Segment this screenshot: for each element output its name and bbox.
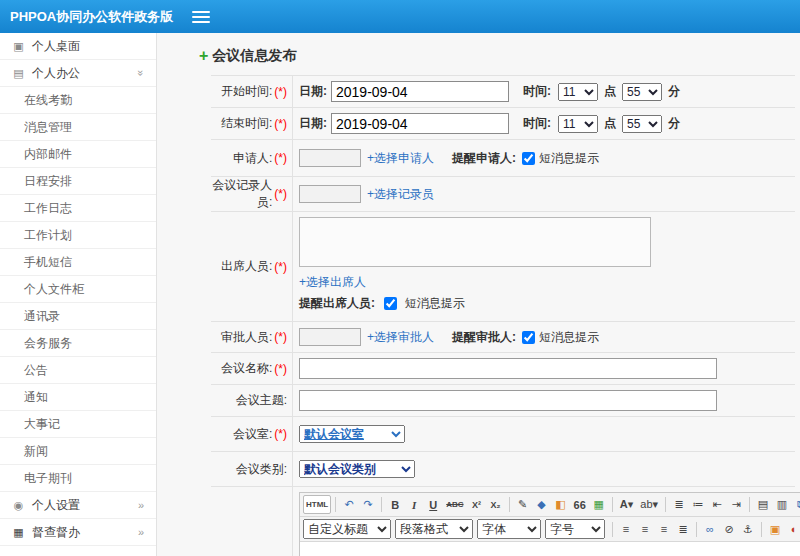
end-hour-select[interactable]: 11 <box>558 115 598 133</box>
choose-attendees-link[interactable]: +选择出席人 <box>299 275 366 289</box>
time-label: 时间: <box>523 115 551 132</box>
strikethrough-button[interactable]: ABC <box>443 495 466 514</box>
sidebar-item-supervision[interactable]: ▦ 督查督办 » <box>0 519 156 546</box>
approver-input[interactable] <box>299 328 361 346</box>
align-center-button[interactable]: ≡ <box>636 520 654 539</box>
unlink-button[interactable]: ⊘ <box>720 520 738 539</box>
sidebar-item-internal-mail[interactable]: 内部邮件 <box>0 141 156 168</box>
italic-button[interactable]: I <box>405 495 423 514</box>
font-family-select[interactable]: 字体 <box>477 519 541 539</box>
page-button[interactable]: ▤ <box>754 495 772 514</box>
pencil-button[interactable]: ✎ <box>514 495 532 514</box>
align-left-button[interactable]: ≡ <box>617 520 635 539</box>
choose-approver-link[interactable]: +选择审批人 <box>367 329 434 346</box>
choose-applicant-link[interactable]: +选择申请人 <box>367 150 434 167</box>
image-button[interactable]: ▣ <box>766 520 784 539</box>
recorder-input[interactable] <box>299 185 361 203</box>
sidebar-item-announcement[interactable]: 公告 <box>0 357 156 384</box>
attendees-sms-checkbox[interactable] <box>384 297 397 310</box>
paragraph-format-select[interactable]: 段落格式 <box>395 519 473 539</box>
custom-title-select[interactable]: 自定义标题 <box>303 519 391 539</box>
applicant-input[interactable] <box>299 149 361 167</box>
sidebar-item-work-plan[interactable]: 工作计划 <box>0 222 156 249</box>
sidebar-item-sms[interactable]: 手机短信 <box>0 249 156 276</box>
preview-button[interactable]: ▥ <box>773 495 791 514</box>
page-title-row: + 会议信息发布 <box>199 47 795 65</box>
font-size-select[interactable]: 字号 <box>545 519 605 539</box>
sidebar-item-messages[interactable]: 消息管理 <box>0 114 156 141</box>
align-justify-button[interactable]: ≣ <box>674 520 692 539</box>
form-row-start-time: 开始时间:(*) 日期: 时间: 11 点 55 分 <box>211 76 795 108</box>
meeting-name-input[interactable] <box>299 358 717 379</box>
end-minute-select[interactable]: 55 <box>622 115 662 133</box>
sidebar-item-file-cabinet[interactable]: 个人文件柜 <box>0 276 156 303</box>
applicant-sms-checkbox[interactable] <box>522 152 535 165</box>
editor-toolbar-row1: HTML ↶ ↷ B I U ABC X² X₂ ✎ <box>300 493 800 517</box>
form-row-approver: 审批人员:(*) +选择审批人 提醒审批人: 短消息提示 <box>211 322 795 353</box>
choose-recorder-link[interactable]: +选择记录员 <box>367 186 434 203</box>
editor-content-area[interactable] <box>300 542 800 556</box>
flash-button[interactable]: ◐ <box>785 520 800 539</box>
sidebar-item-settings[interactable]: ◉ 个人设置 » <box>0 492 156 519</box>
sms-label: 短消息提示 <box>539 329 599 346</box>
meeting-room-select[interactable]: 默认会议室 <box>299 425 405 443</box>
sidebar-item-meeting-service[interactable]: 会务服务 <box>0 330 156 357</box>
form-row-applicant: 申请人:(*) +选择申请人 提醒申请人: 短消息提示 <box>211 140 795 177</box>
menu-icon[interactable] <box>192 11 210 23</box>
attendees-textarea[interactable] <box>299 217 651 267</box>
remind-attendees-label: 提醒出席人员: <box>299 296 375 310</box>
pagebreak-button[interactable]: ▦ <box>590 495 608 514</box>
sidebar-item-schedule[interactable]: 日程安排 <box>0 168 156 195</box>
sidebar-item-label: 个人设置 <box>32 497 80 514</box>
form-row-meeting-topic: 会议主题: <box>211 385 795 417</box>
form-row-meeting-room: 会议室:(*) 默认会议室 <box>211 417 795 452</box>
date-label: 日期: <box>299 115 327 132</box>
time-label: 时间: <box>523 83 551 100</box>
undo-button[interactable]: ↶ <box>340 495 358 514</box>
highlight-button[interactable]: ab▾ <box>637 495 661 514</box>
eraser-button[interactable]: ◆ <box>533 495 551 514</box>
indent-button[interactable]: ⇥ <box>727 495 745 514</box>
start-hour-select[interactable]: 11 <box>558 83 598 101</box>
unordered-list-button[interactable]: ≔ <box>689 495 707 514</box>
meeting-topic-input[interactable] <box>299 390 717 411</box>
underline-button[interactable]: U <box>424 495 442 514</box>
anchor-button[interactable]: ⚓ <box>739 520 757 539</box>
sidebar-item-office[interactable]: ▤ 个人办公 » <box>0 60 156 87</box>
subscript-button[interactable]: X₂ <box>487 495 505 514</box>
maximize-button[interactable]: ⧉ <box>792 495 800 514</box>
sidebar-item-desktop[interactable]: ▣ 个人桌面 <box>0 33 156 60</box>
form-row-meeting-category: 会议类别: 默认会议类别 <box>211 452 795 487</box>
sidebar-item-e-journal[interactable]: 电子期刊 <box>0 465 156 492</box>
bold-button[interactable]: B <box>386 495 404 514</box>
sidebar: ▣ 个人桌面 ▤ 个人办公 » 在线考勤 消息管理 内部邮件 日程安排 工作日志… <box>0 33 157 556</box>
sidebar-item-events[interactable]: 大事记 <box>0 411 156 438</box>
start-date-input[interactable] <box>331 81 509 102</box>
start-minute-select[interactable]: 55 <box>622 83 662 101</box>
attendees-label: 出席人员:(*) <box>211 212 293 321</box>
end-date-input[interactable] <box>331 113 509 134</box>
source-button[interactable]: HTML <box>303 495 331 514</box>
blockquote-button[interactable]: 66 <box>571 495 589 514</box>
outdent-button[interactable]: ⇤ <box>708 495 726 514</box>
meeting-room-label: 会议室:(*) <box>211 417 293 451</box>
ordered-list-button[interactable]: ≣ <box>670 495 688 514</box>
form-row-editor: HTML ↶ ↷ B I U ABC X² X₂ ✎ <box>211 487 795 556</box>
minute-unit: 分 <box>668 83 680 100</box>
link-button[interactable]: ∞ <box>701 520 719 539</box>
page-title: 会议信息发布 <box>212 47 296 65</box>
sidebar-item-work-log[interactable]: 工作日志 <box>0 195 156 222</box>
sidebar-item-attendance[interactable]: 在线考勤 <box>0 87 156 114</box>
align-right-button[interactable]: ≡ <box>655 520 673 539</box>
superscript-button[interactable]: X² <box>468 495 486 514</box>
briefcase-icon: ▤ <box>12 67 25 80</box>
app-title: PHPOA协同办公软件政务版 <box>0 8 158 26</box>
meeting-category-select[interactable]: 默认会议类别 <box>299 460 415 478</box>
sidebar-item-notice[interactable]: 通知 <box>0 384 156 411</box>
sidebar-item-news[interactable]: 新闻 <box>0 438 156 465</box>
approver-sms-checkbox[interactable] <box>522 331 535 344</box>
font-color-button[interactable]: A▾ <box>617 495 636 514</box>
sidebar-item-contacts[interactable]: 通讯录 <box>0 303 156 330</box>
redo-button[interactable]: ↷ <box>359 495 377 514</box>
format-painter-button[interactable]: ◧ <box>552 495 570 514</box>
